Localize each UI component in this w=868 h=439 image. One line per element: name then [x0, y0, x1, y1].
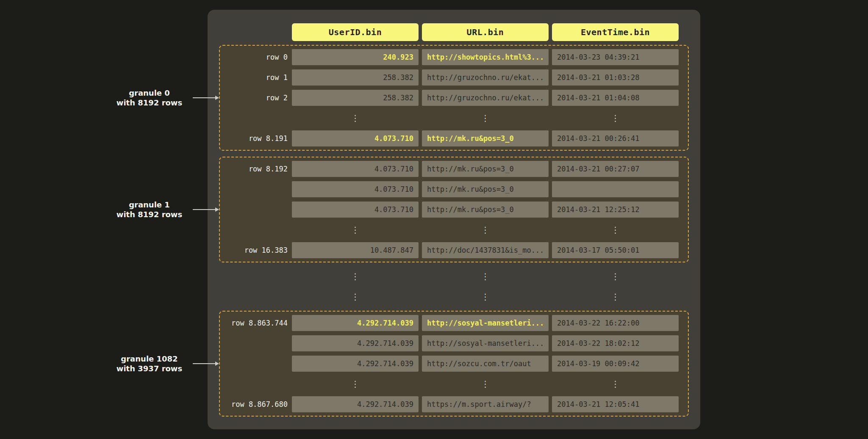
column-headers: UserID.bin URL.bin EventTime.bin [292, 23, 700, 41]
ellipsis-row: ⋮ ⋮ ⋮ [220, 287, 688, 307]
table-row: row 8.192 4.073.710 http://mk.ru&pos=3_0… [220, 159, 688, 179]
granule-rowcount: with 3937 rows [106, 364, 193, 373]
ellipsis-row: ⋮ ⋮ ⋮ [220, 220, 688, 240]
cell-eventtime [552, 181, 679, 197]
vertical-ellipsis-icon: ⋮ [422, 289, 549, 305]
vertical-ellipsis-icon: ⋮ [422, 376, 549, 392]
granule-name: granule 1 [106, 200, 193, 210]
column-header-url: URL.bin [422, 23, 549, 41]
cell-userid: 4.292.714.039 [292, 356, 419, 372]
table-row: row 0 240.923 http://showtopics.html%3..… [220, 47, 688, 67]
arrow-right-icon [193, 362, 219, 366]
table-row: row 1 258.382 http://gruzochno.ru/ekat..… [220, 67, 688, 88]
granule-1-annotation: granule 1 with 8192 rows [106, 200, 219, 219]
cell-eventtime: 2014-03-21 01:03:28 [552, 69, 679, 86]
vertical-ellipsis-icon: ⋮ [552, 222, 679, 238]
annotation-text: granule 1082 with 3937 rows [106, 354, 193, 373]
table-row: 4.292.714.039 http://sosyal-mansetleri..… [220, 333, 688, 353]
table-panel: UserID.bin URL.bin EventTime.bin row 0 2… [208, 10, 700, 429]
row-label: row 8.192 [220, 165, 288, 173]
ellipsis-row: ⋮ ⋮ ⋮ [220, 266, 688, 287]
vertical-ellipsis-icon: ⋮ [552, 289, 679, 305]
cell-url: http://doc/1437831&is_mo... [422, 242, 549, 258]
arrow-right-icon [193, 207, 219, 212]
granule-1082-box: row 8.863.744 4.292.714.039 http://sosya… [219, 311, 689, 417]
vertical-ellipsis-icon: ⋮ [422, 268, 549, 284]
cell-url: http://gruzochno.ru/ekat... [422, 90, 549, 106]
table-row: 4.073.710 http://mk.ru&pos=3_0 2014-03-2… [220, 199, 688, 220]
cell-eventtime: 2014-03-22 16:22:00 [552, 315, 679, 331]
cell-url: http://mk.ru&pos=3_0 [422, 202, 549, 218]
row-label: row 8.863.744 [220, 319, 288, 327]
cell-url: http://mk.ru&pos=3_0 [422, 181, 549, 197]
arrow-right-icon [193, 96, 219, 100]
granule-0-box: row 0 240.923 http://showtopics.html%3..… [219, 45, 689, 151]
table-row: 4.073.710 http://mk.ru&pos=3_0 [220, 179, 688, 199]
cell-userid: 4.073.710 [292, 130, 419, 146]
cell-userid: 4.292.714.039 [292, 335, 419, 351]
cell-userid: 10.487.847 [292, 242, 419, 258]
row-label: row 0 [220, 53, 288, 61]
ellipsis-row: ⋮ ⋮ ⋮ [220, 374, 688, 394]
granule-1-box: row 8.192 4.073.710 http://mk.ru&pos=3_0… [219, 157, 689, 262]
table-row: 4.292.714.039 http://sozcu.com.tr/oaut 2… [220, 353, 688, 374]
vertical-ellipsis-icon: ⋮ [422, 110, 549, 126]
cell-eventtime: 2014-03-22 18:02:12 [552, 335, 679, 351]
granule-0-annotation: granule 0 with 8192 rows [106, 88, 219, 108]
cell-url: http://sosyal-mansetleri... [422, 335, 549, 351]
table-row: row 8.867.680 4.292.714.039 https://m.sp… [220, 394, 688, 414]
cell-url: http://sosyal-mansetleri... [422, 315, 549, 331]
vertical-ellipsis-icon: ⋮ [552, 268, 679, 284]
granule-name: granule 0 [106, 88, 193, 98]
vertical-ellipsis-icon: ⋮ [292, 110, 419, 126]
row-label: row 8.867.680 [220, 400, 288, 409]
column-header-userid: UserID.bin [292, 23, 419, 41]
vertical-ellipsis-icon: ⋮ [292, 268, 419, 284]
cell-eventtime: 2014-03-17 05:50:01 [552, 242, 679, 258]
cell-userid: 258.382 [292, 69, 419, 86]
column-header-eventtime: EventTime.bin [552, 23, 679, 41]
table-row: row 8.191 4.073.710 http://mk.ru&pos=3_0… [220, 128, 688, 149]
vertical-ellipsis-icon: ⋮ [292, 222, 419, 238]
cell-eventtime: 2014-03-21 01:04:08 [552, 90, 679, 106]
row-label: row 1 [220, 73, 288, 82]
cell-userid: 240.923 [292, 49, 419, 65]
cell-url: http://gruzochno.ru/ekat... [422, 69, 549, 86]
cell-url: https://m.sport.airway/? [422, 396, 549, 412]
granule-name: granule 1082 [106, 354, 193, 364]
cell-userid: 258.382 [292, 90, 419, 106]
vertical-ellipsis-icon: ⋮ [552, 376, 679, 392]
annotation-text: granule 0 with 8192 rows [106, 88, 193, 108]
cell-url: http://sozcu.com.tr/oaut [422, 356, 549, 372]
granule-rowcount: with 8192 rows [106, 210, 193, 219]
cell-eventtime: 2014-03-19 00:09:42 [552, 356, 679, 372]
granule-rowcount: with 8192 rows [106, 98, 193, 108]
ellipsis-row: ⋮ ⋮ ⋮ [220, 108, 688, 128]
cell-eventtime: 2014-03-21 12:25:12 [552, 202, 679, 218]
cell-userid: 4.073.710 [292, 181, 419, 197]
annotation-text: granule 1 with 8192 rows [106, 200, 193, 219]
cell-userid: 4.073.710 [292, 202, 419, 218]
granule-1082-annotation: granule 1082 with 3937 rows [106, 354, 219, 373]
cell-url: http://showtopics.html%3... [422, 49, 549, 65]
vertical-ellipsis-icon: ⋮ [422, 222, 549, 238]
cell-eventtime: 2014-03-21 00:26:41 [552, 130, 679, 146]
table-row: row 16.383 10.487.847 http://doc/1437831… [220, 240, 688, 260]
row-label: row 8.191 [220, 134, 288, 143]
row-label: row 2 [220, 94, 288, 102]
row-label: row 16.383 [220, 246, 288, 254]
granules-diagram: UserID.bin URL.bin EventTime.bin row 0 2… [0, 0, 868, 439]
vertical-ellipsis-icon: ⋮ [292, 289, 419, 305]
table-row: row 8.863.744 4.292.714.039 http://sosya… [220, 313, 688, 333]
vertical-ellipsis-icon: ⋮ [292, 376, 419, 392]
cell-url: http://mk.ru&pos=3_0 [422, 161, 549, 177]
vertical-ellipsis-icon: ⋮ [552, 110, 679, 126]
skipped-granules-gap: ⋮ ⋮ ⋮ ⋮ ⋮ ⋮ [220, 262, 688, 311]
cell-userid: 4.292.714.039 [292, 315, 419, 331]
cell-eventtime: 2014-03-23 04:39:21 [552, 49, 679, 65]
cell-eventtime: 2014-03-21 00:27:07 [552, 161, 679, 177]
cell-eventtime: 2014-03-21 12:05:41 [552, 396, 679, 412]
cell-userid: 4.292.714.039 [292, 396, 419, 412]
table-row: row 2 258.382 http://gruzochno.ru/ekat..… [220, 88, 688, 108]
cell-userid: 4.073.710 [292, 161, 419, 177]
